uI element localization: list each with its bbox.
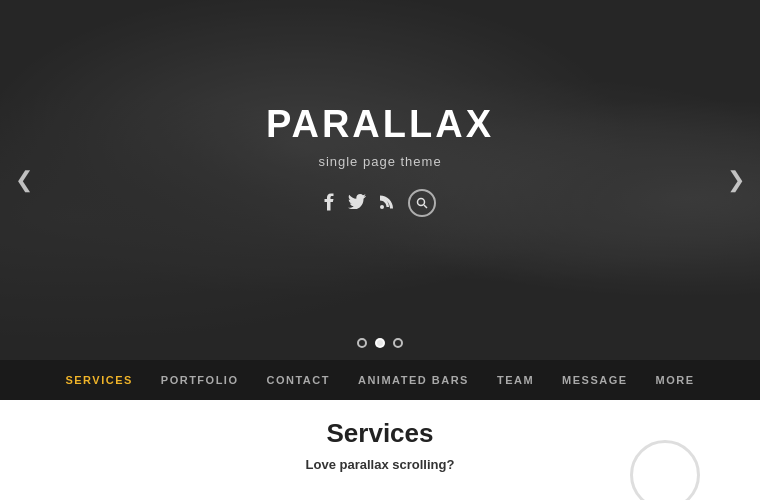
hero-section: ❮ ❯ PARALLAX single page theme	[0, 0, 760, 360]
hero-content: PARALLAX single page theme	[0, 0, 760, 360]
facebook-icon[interactable]	[324, 193, 334, 214]
services-subtitle: Love parallax scrolling?	[306, 457, 455, 472]
hero-subtitle: single page theme	[318, 154, 441, 169]
carousel-dots	[357, 338, 403, 348]
carousel-dot-1[interactable]	[357, 338, 367, 348]
carousel-arrow-left[interactable]: ❮	[5, 157, 43, 203]
carousel-dot-2[interactable]	[375, 338, 385, 348]
carousel-arrow-right[interactable]: ❯	[717, 157, 755, 203]
services-section: Services Love parallax scrolling?	[0, 400, 760, 500]
svg-point-1	[418, 199, 425, 206]
nav-item-team[interactable]: TEAM	[497, 374, 534, 386]
nav-item-services[interactable]: SERVICES	[65, 374, 132, 386]
nav-item-more[interactable]: MORE	[656, 374, 695, 386]
search-icon[interactable]	[408, 189, 436, 217]
hero-social-icons	[324, 189, 436, 217]
twitter-icon[interactable]	[348, 194, 366, 212]
carousel-dot-3[interactable]	[393, 338, 403, 348]
nav-item-animated-bars[interactable]: ANIMATED BARS	[358, 374, 469, 386]
services-title: Services	[327, 418, 434, 449]
nav-item-contact[interactable]: CONTACT	[266, 374, 329, 386]
hero-title: PARALLAX	[266, 103, 494, 146]
rss-icon[interactable]	[380, 195, 394, 212]
svg-point-0	[380, 205, 384, 209]
navbar: SERVICES PORTFOLIO CONTACT ANIMATED BARS…	[0, 360, 760, 400]
nav-item-portfolio[interactable]: PORTFOLIO	[161, 374, 239, 386]
circle-decoration	[630, 440, 700, 500]
nav-item-message[interactable]: MESSAGE	[562, 374, 628, 386]
svg-line-2	[424, 205, 427, 208]
